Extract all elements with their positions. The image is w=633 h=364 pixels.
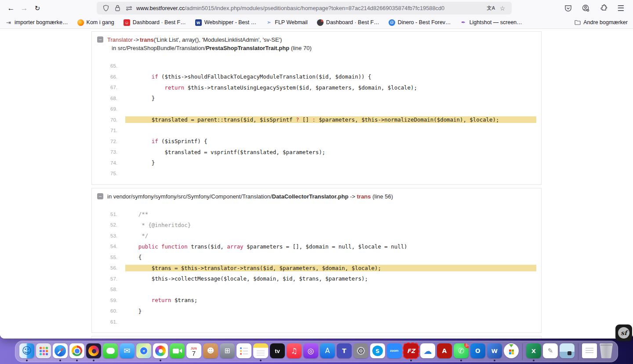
firefox-icon	[86, 343, 101, 358]
bookmark-flp-webmail[interactable]: ➣FLP Webmail	[266, 19, 308, 26]
dock-item-mail[interactable]: ✉	[120, 343, 135, 361]
dock-item-calendar[interactable]: JUN7	[186, 343, 201, 361]
dock-item-skype[interactable]: S	[370, 343, 385, 361]
dock-item-messages[interactable]	[103, 343, 118, 361]
running-indicator-empty	[427, 360, 429, 361]
dock-item-word[interactable]: W	[487, 343, 502, 361]
bookmark-dashboard-2[interactable]: Dashboard · Best F…	[317, 19, 379, 26]
dock-item-microsoft-teams[interactable]: T	[337, 343, 352, 361]
dock-item-outlook[interactable]: O	[470, 343, 485, 361]
bookmark-label: FLP Webmail	[275, 19, 308, 25]
reload-icon[interactable]: ↻	[31, 2, 44, 14]
bookmark-kom-i-gang-favicon-icon	[77, 19, 84, 26]
calendar-icon: JUN7	[186, 343, 201, 358]
documents-stack-icon	[582, 343, 597, 358]
skype-icon: S	[370, 343, 385, 358]
dock-item-app-store[interactable]: A	[320, 343, 335, 361]
code-line: 71.	[92, 125, 541, 136]
notes-icon	[253, 343, 268, 358]
bookmark-dashboard-1[interactable]: ☺Dashboard · Best F…	[124, 19, 186, 26]
filezilla-icon: FZ	[404, 343, 418, 358]
zoom-icon: zoom	[387, 343, 402, 358]
lock-icon[interactable]	[112, 4, 123, 13]
back-icon[interactable]: ←	[4, 2, 18, 14]
permissions-icon[interactable]	[123, 4, 135, 13]
collapse-toggle-icon[interactable]: –	[97, 193, 103, 199]
other-bookmarks[interactable]: Andre bogmærker	[574, 19, 628, 26]
dock-item-textedit[interactable]: ✎	[543, 343, 558, 361]
code-line: 54. public function trans($id, array $pa…	[92, 241, 541, 252]
dock-item-safari[interactable]	[53, 343, 68, 361]
dock-item-zoom[interactable]: zoom	[387, 343, 402, 361]
code-line: 67. return $this->translateUsingLegacySy…	[92, 82, 541, 93]
running-indicator-empty	[393, 360, 395, 361]
bookmark-flp-webmail-favicon-icon: ➣	[266, 19, 272, 26]
code-line: 55. {	[92, 252, 541, 263]
translate-icon[interactable]: 文A	[485, 4, 497, 13]
dock-item-contacts[interactable]: ☻	[203, 343, 218, 361]
bookmark-webshipper[interactable]: wWebshipper - Best …	[195, 19, 257, 26]
dock-item-calculator[interactable]: ⊞	[220, 343, 235, 361]
code-line: 59. return $trans;	[92, 295, 541, 306]
dock-item-reminders[interactable]	[236, 343, 251, 361]
dock-item-onedrive[interactable]: ☁	[420, 343, 435, 361]
running-indicator-empty	[589, 360, 590, 361]
code-line: 69.	[92, 104, 541, 115]
dock-item-chrome[interactable]	[69, 343, 84, 361]
dock-item-launchpad[interactable]	[36, 343, 51, 361]
url-bar[interactable]: www.bestforever.cc/admin5015/index.php/m…	[97, 2, 512, 14]
running-indicator-empty	[143, 360, 145, 361]
bookmark-lightshot[interactable]: ✒Lightshot — screen…	[460, 19, 522, 26]
dock-item-maps[interactable]	[136, 343, 151, 361]
code-line: 65.	[92, 61, 541, 72]
trace-call-text: Translator->trans('Link List', array(), …	[107, 36, 282, 44]
running-indicator	[410, 360, 412, 361]
pocket-icon[interactable]	[564, 4, 572, 13]
code-line: 52. * {@inheritdoc}	[92, 220, 541, 231]
menu-icon[interactable]: ☰	[616, 4, 625, 13]
dock-item-photos[interactable]	[153, 343, 168, 361]
forward-icon[interactable]: →	[18, 2, 31, 14]
running-indicator-empty	[243, 360, 245, 361]
dock-item-firefox[interactable]	[86, 343, 101, 361]
whatsapp-icon: ✆24	[454, 343, 469, 358]
running-indicator-empty	[566, 360, 568, 361]
bookmark-import-favicon-icon: ⇥	[5, 19, 12, 26]
dock-item-facetime[interactable]	[170, 343, 185, 361]
account-icon[interactable]	[581, 4, 590, 13]
bookmark-kom-i-gang[interactable]: Kom i gang	[77, 19, 114, 26]
bookmark-dinero[interactable]: @Dinero - Best Forev…	[389, 19, 451, 26]
url-text[interactable]: www.bestforever.cc/admin5015/index.php/m…	[136, 5, 485, 11]
running-indicator	[494, 360, 495, 361]
dock-item-music[interactable]: ♫	[287, 343, 302, 361]
code-line: 53. */	[92, 231, 541, 241]
shield-icon[interactable]	[100, 4, 112, 13]
dock-item-podcasts[interactable]: ◎	[303, 343, 318, 361]
dock-item-apple-tv[interactable]: tv	[270, 343, 285, 361]
dock-item-trash[interactable]	[599, 343, 614, 361]
dock-item-ms-installer[interactable]	[504, 343, 519, 361]
dock-item-system-preferences[interactable]: ⚙	[353, 343, 368, 361]
dock-item-whatsapp[interactable]: ✆24	[454, 343, 469, 361]
dock-item-notes[interactable]	[253, 343, 268, 361]
symfony-badge[interactable]: sf	[615, 324, 632, 341]
bookmark-dashboard-1-favicon-icon: ☺	[124, 19, 130, 26]
extensions-icon[interactable]	[599, 4, 608, 13]
preview-icon	[560, 343, 575, 358]
url-domain: www.bestforever.cc	[136, 5, 185, 11]
code-line: 72. if ($isSprintf) {	[92, 136, 541, 147]
dock-item-finder[interactable]: ☺	[19, 343, 34, 361]
running-indicator	[59, 360, 61, 361]
dock-item-documents-stack[interactable]	[582, 343, 597, 361]
code-line: 68. }	[92, 93, 541, 104]
dock-item-filezilla[interactable]: FZ	[404, 343, 418, 361]
dock-item-preview[interactable]	[560, 343, 575, 361]
textedit-icon: ✎	[543, 343, 558, 358]
bookmark-import[interactable]: ⇥importer bogmærke…	[5, 19, 68, 26]
code-excerpt: 51. /**52. * {@inheritdoc}53. */54. publ…	[92, 204, 541, 333]
dock-item-acrobat[interactable]: A	[437, 343, 452, 361]
dock-item-excel[interactable]: X	[526, 343, 541, 361]
code-line: 66. if ($this->shouldFallbackToLegacyMod…	[92, 72, 541, 83]
collapse-toggle-icon[interactable]: –	[97, 36, 103, 43]
bookmark-star-icon[interactable]: ☆	[497, 4, 508, 13]
